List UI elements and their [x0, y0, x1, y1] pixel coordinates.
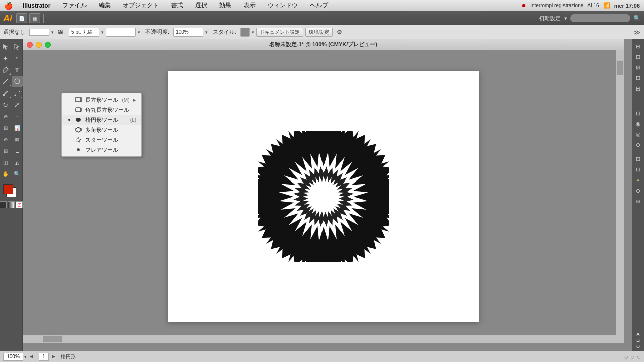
toolbar-search[interactable]	[570, 14, 630, 22]
status-indicator-3[interactable]: ○	[637, 353, 641, 361]
horizontal-scrollbar[interactable]	[23, 335, 616, 343]
gradient-mode-btn[interactable]	[8, 201, 15, 208]
stroke-dash-input[interactable]	[106, 28, 136, 37]
column-graph[interactable]: ▦	[12, 134, 23, 145]
toolbar-extras-btn[interactable]: ▦	[29, 13, 40, 23]
right-panel-btn-1[interactable]: ⊞	[633, 41, 643, 51]
shape-tool[interactable]	[12, 76, 23, 87]
menubar-object[interactable]: オブジェクト	[121, 1, 161, 10]
zoom-input[interactable]	[3, 353, 23, 361]
status-indicator-1[interactable]: ○	[624, 353, 628, 361]
nav-prev[interactable]: ◀	[30, 354, 36, 360]
menubar-file[interactable]: ファイル	[60, 1, 89, 10]
stroke-dropdown-arrow[interactable]: ▾	[51, 30, 54, 35]
menubar-format[interactable]: 書式	[169, 1, 185, 10]
zoom-dropdown[interactable]: ▾	[24, 354, 27, 359]
style-dropdown[interactable]: ▾	[252, 30, 254, 35]
apple-menu[interactable]: 🍎	[4, 2, 13, 10]
env-settings-btn[interactable]: 環境設定	[305, 28, 333, 37]
right-panel-btn-8[interactable]: ◉	[633, 119, 643, 129]
rotate-tool[interactable]: ↻	[0, 99, 11, 110]
stroke-size-input[interactable]	[69, 28, 99, 37]
right-panel-btn-5[interactable]: ⊞	[633, 83, 643, 94]
status-indicator-2[interactable]: ○	[630, 353, 634, 361]
close-btn[interactable]	[27, 42, 33, 48]
color-swatches[interactable]	[3, 184, 19, 200]
shape-builder[interactable]: ⊏	[12, 145, 23, 156]
star-ring-artwork[interactable]: .star-path { fill: black; stroke: none; …	[258, 131, 389, 262]
lasso-tool[interactable]: ⌖	[12, 53, 23, 64]
vertical-scrollbar[interactable]	[616, 50, 624, 343]
scale-tool[interactable]: ⤢	[12, 99, 23, 110]
color-mode-btn[interactable]	[0, 201, 7, 208]
right-panel-btn-11[interactable]: ⊞	[633, 154, 643, 164]
artboard-name: 楕円形	[61, 353, 76, 360]
stroke-size-dropdown[interactable]: ▾	[101, 30, 104, 35]
opacity-input[interactable]: 100%	[173, 28, 203, 37]
new-doc-btn[interactable]: 📄	[16, 13, 27, 23]
right-panel-btn-10[interactable]: ⊕	[633, 140, 643, 150]
menubar-window[interactable]: ウィンドウ	[266, 1, 300, 10]
eyedropper-tool[interactable]: ◭	[12, 157, 23, 168]
direct-selection-tool[interactable]	[12, 41, 23, 52]
search-icon[interactable]: 🔍	[633, 15, 641, 22]
hand-tool[interactable]: ✋	[0, 168, 11, 179]
magic-wand-tool[interactable]: ✦	[0, 53, 11, 64]
right-panel-btn-7[interactable]: ⊡	[633, 108, 643, 118]
flyout-rectangle-tool[interactable]: 長方形ツール (M) ▸	[62, 95, 141, 105]
menubar-effects[interactable]: 効果	[217, 1, 233, 10]
maximize-btn[interactable]	[45, 42, 51, 48]
zoom-tool[interactable]: 🔍	[12, 168, 23, 179]
stroke-label: 線:	[58, 28, 65, 36]
line-tool[interactable]	[0, 76, 11, 87]
paintbrush-tool[interactable]	[0, 87, 11, 99]
right-panel-btn-15[interactable]: ⊗	[633, 196, 643, 206]
canvas-area[interactable]: 名称未設定-1* @ 100% (CMYK/プレビュー) .star-path …	[23, 39, 632, 351]
opacity-dropdown[interactable]: ▾	[205, 30, 208, 35]
menubar-app-name[interactable]: Illustrator	[21, 2, 52, 9]
menubar-select[interactable]: 選択	[193, 1, 209, 10]
panel-toggle-btn[interactable]: ≫	[633, 28, 641, 36]
right-panel-btn-3[interactable]: ⊠	[633, 62, 643, 72]
flyout-ellipse-tool[interactable]: ● 楕円形ツール (L)	[62, 115, 141, 125]
layers-btn[interactable]: ≡	[633, 175, 643, 185]
puppet-warp-tool[interactable]: ⊕	[0, 111, 11, 122]
free-transform-tool[interactable]: ⊞	[0, 122, 11, 133]
zoom-control[interactable]: ▾	[3, 353, 27, 361]
preset-dropdown-arrow[interactable]: ▾	[564, 15, 567, 22]
distort-tools-row: ⊕ ⌂	[0, 111, 23, 122]
pen-tool[interactable]	[0, 64, 11, 75]
nav-next[interactable]: ▶	[52, 354, 58, 360]
warp-tool[interactable]: ⌂	[12, 111, 23, 122]
minimize-btn[interactable]	[36, 42, 42, 48]
graph-tool[interactable]: 📊	[12, 122, 23, 133]
right-panel-btn-12[interactable]: ⊡	[633, 164, 643, 174]
type-tool[interactable]: T	[12, 64, 23, 75]
symbol-sprayer[interactable]: ⊛	[0, 134, 11, 145]
stroke-color-preview[interactable]	[29, 29, 49, 36]
selection-tool[interactable]	[0, 41, 11, 52]
menubar-help[interactable]: ヘルプ	[308, 1, 330, 10]
dash-dropdown[interactable]: ▾	[138, 30, 140, 35]
right-panel-btn-9[interactable]: ◎	[633, 129, 643, 139]
gradient-tool[interactable]: ◫	[0, 157, 11, 168]
page-input[interactable]	[39, 353, 49, 361]
flyout-flare-tool[interactable]: フレアツール	[62, 145, 141, 155]
menubar-view[interactable]: 表示	[242, 1, 258, 10]
extra-settings-btn[interactable]: ⚙	[337, 29, 342, 36]
fill-swatch[interactable]	[3, 184, 13, 194]
style-preview[interactable]	[240, 28, 250, 37]
flyout-polygon-tool[interactable]: 多角形ツール	[62, 125, 141, 135]
rectangle-arrow: ▸	[133, 97, 136, 103]
pencil-tool[interactable]	[12, 87, 23, 99]
flyout-rounded-rectangle-tool[interactable]: 角丸長方形ツール	[62, 105, 141, 115]
no-fill-btn[interactable]: ∅	[16, 201, 23, 208]
right-panel-btn-14[interactable]: ⊙	[633, 186, 643, 196]
right-panel-btn-6[interactable]: ≡	[633, 98, 643, 108]
flyout-star-tool[interactable]: スターツール	[62, 135, 141, 145]
menubar-edit[interactable]: 編集	[97, 1, 113, 10]
mesh-tool[interactable]: ⊞	[0, 145, 11, 156]
doc-settings-btn[interactable]: ドキュメント設定	[256, 28, 303, 37]
right-panel-btn-2[interactable]: ⊡	[633, 52, 643, 62]
right-panel-btn-4[interactable]: ⊟	[633, 73, 643, 83]
